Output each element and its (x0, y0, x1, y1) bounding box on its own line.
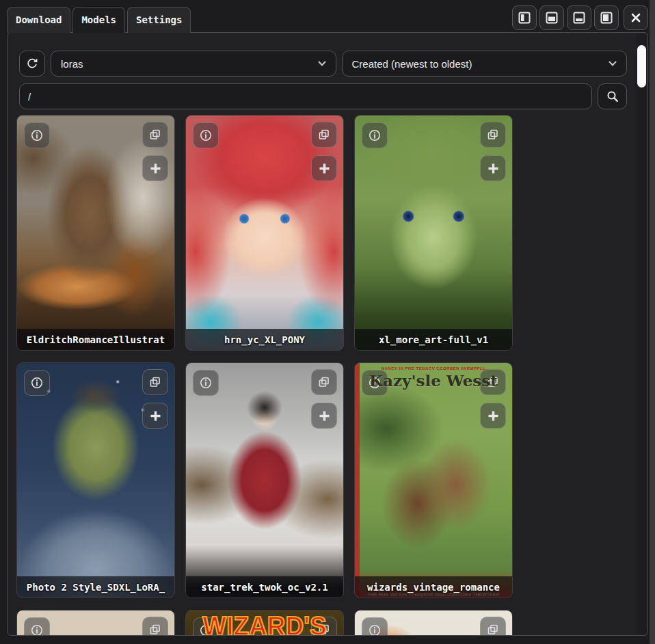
model-image (17, 116, 174, 350)
window-right-edge (650, 0, 655, 644)
search-input[interactable] (19, 83, 592, 109)
copy-icon (148, 128, 162, 142)
split-right-button[interactable] (594, 5, 619, 30)
model-image: WIZARD'S (186, 611, 343, 636)
split-bottom-icon (573, 12, 585, 24)
copy-icon (317, 375, 331, 389)
window-controls (512, 5, 648, 32)
chevron-down-icon (318, 61, 326, 66)
add-button[interactable] (142, 155, 168, 181)
close-icon (630, 12, 641, 23)
model-name: star_trek_twok_oc_v2.1 (186, 576, 343, 598)
info-button[interactable] (24, 122, 50, 148)
search-icon (606, 90, 619, 103)
cover-title-text: WIZARD'S (186, 611, 343, 636)
model-name: hrn_yc_XL_PONY (186, 329, 343, 350)
sort-order-value: Created (newest to oldest) (352, 58, 472, 70)
models-panel: loras Created (newest to oldest) Eld (7, 32, 648, 636)
tab-settings[interactable]: Settings (127, 7, 191, 33)
model-image: NANCY IA PRE TEBACV CCORBEN AVEMPPLL Kaz… (355, 363, 512, 598)
copy-icon (486, 128, 500, 142)
split-top-button[interactable] (539, 5, 564, 30)
plus-icon (318, 410, 331, 422)
plus-icon (487, 410, 500, 422)
tab-models[interactable]: Models (72, 7, 125, 33)
cover-top-text: NANCY IA PRE TEBACV CCORBEN AVEMPPLL (362, 366, 505, 371)
info-icon (368, 129, 382, 142)
tab-download[interactable]: Download (7, 7, 70, 33)
info-button[interactable] (362, 122, 388, 148)
split-top-icon (546, 12, 558, 24)
add-button[interactable] (311, 155, 337, 181)
search-toolbar (19, 83, 627, 109)
copy-button[interactable] (142, 617, 168, 636)
info-button[interactable] (193, 370, 219, 396)
model-type-value: loras (61, 58, 83, 70)
search-button[interactable] (598, 83, 627, 109)
sort-order-select[interactable]: Created (newest to oldest) (342, 51, 628, 77)
tab-bar: Download Models Settings (0, 0, 655, 32)
plus-icon (487, 162, 500, 175)
info-button[interactable] (24, 370, 50, 396)
filter-toolbar: loras Created (newest to oldest) (19, 51, 627, 77)
add-button[interactable] (142, 403, 168, 429)
plus-icon (318, 162, 331, 175)
model-name: wizards_vintage_romance (355, 576, 512, 598)
model-image (17, 363, 174, 598)
info-icon (368, 623, 382, 636)
info-icon (30, 376, 44, 390)
model-image (186, 363, 343, 598)
plus-icon (149, 162, 162, 175)
refresh-button[interactable] (19, 51, 45, 77)
scrollbar-thumb[interactable] (637, 45, 646, 88)
model-card[interactable]: WIZARD'S (185, 610, 344, 636)
copy-button[interactable] (142, 122, 168, 148)
add-button[interactable] (311, 403, 337, 429)
chevron-down-icon (609, 61, 617, 66)
copy-button[interactable] (480, 617, 506, 636)
copy-icon (148, 375, 162, 389)
info-icon (30, 623, 44, 636)
plus-icon (149, 410, 162, 422)
model-card[interactable] (354, 610, 513, 636)
copy-button[interactable] (480, 122, 506, 148)
refresh-icon (25, 57, 39, 70)
model-card[interactable]: EldritchRomanceIllustrat (16, 115, 175, 351)
copy-button[interactable] (311, 122, 337, 148)
info-icon (199, 129, 213, 142)
info-icon (199, 376, 213, 390)
info-icon (30, 129, 44, 142)
copy-button[interactable] (311, 369, 337, 395)
add-button[interactable] (480, 403, 506, 429)
model-name: EldritchRomanceIllustrat (17, 329, 174, 350)
split-left-icon (518, 12, 531, 24)
cover-title-text: Kazy'sle Wesst (355, 371, 512, 390)
copy-button[interactable] (142, 369, 168, 395)
model-type-select[interactable]: loras (51, 51, 336, 77)
model-name: xl_more_art-full_v1 (355, 329, 512, 350)
model-card[interactable] (16, 610, 175, 636)
info-button[interactable] (24, 617, 50, 636)
add-button[interactable] (480, 155, 506, 181)
info-button[interactable] (193, 122, 219, 148)
model-card[interactable]: star_trek_twok_oc_v2.1 (185, 362, 344, 598)
split-left-button[interactable] (512, 5, 537, 30)
scrollbar[interactable] (637, 33, 647, 634)
split-right-icon (600, 12, 613, 24)
close-button[interactable] (624, 5, 648, 30)
info-button[interactable] (362, 617, 388, 636)
model-card-grid: EldritchRomanceIllustrat hrn_yc_XL_PONY (16, 115, 513, 636)
model-image (186, 116, 343, 350)
model-name: Photo 2 Style_SDXL_LoRA_ (17, 576, 174, 598)
model-card[interactable]: hrn_yc_XL_PONY (185, 115, 344, 351)
model-card[interactable]: NANCY IA PRE TEBACV CCORBEN AVEMPPLL Kaz… (354, 362, 513, 598)
copy-icon (317, 128, 331, 142)
model-card[interactable]: xl_more_art-full_v1 (354, 115, 513, 351)
model-card[interactable]: Photo 2 Style_SDXL_LoRA_ (16, 362, 175, 598)
copy-icon (486, 623, 500, 636)
model-image (355, 116, 512, 350)
copy-icon (148, 623, 162, 636)
split-bottom-button[interactable] (567, 5, 591, 30)
